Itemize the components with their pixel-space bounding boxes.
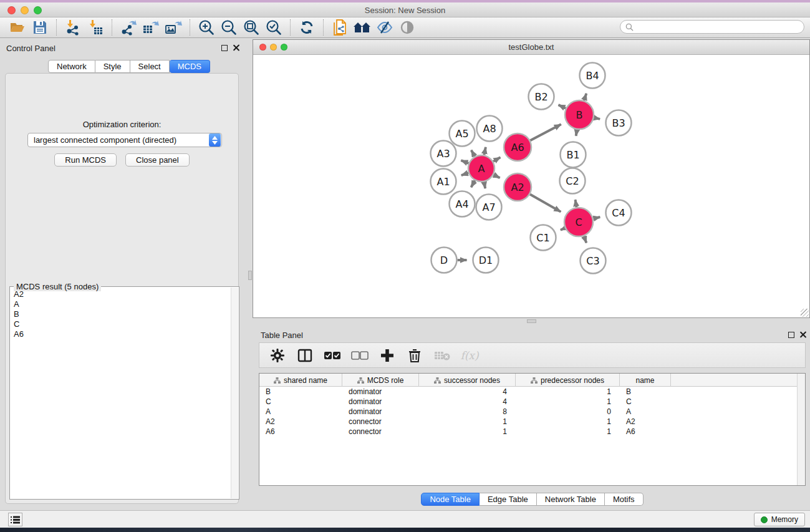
graph-node-A[interactable]: A: [468, 155, 494, 181]
graph-node-C2[interactable]: C2: [560, 168, 586, 194]
graph-node-A5[interactable]: A5: [450, 121, 475, 147]
close-table-panel-icon[interactable]: [799, 331, 806, 338]
graph-edge-A-A8[interactable]: [484, 147, 486, 155]
zoom-out-icon[interactable]: [218, 19, 240, 36]
graph-node-A4[interactable]: A4: [450, 191, 475, 217]
zoom-fit-icon[interactable]: [240, 19, 263, 36]
result-item[interactable]: B: [11, 309, 230, 319]
network-canvas[interactable]: B4B2BB3A5A8A6A3B1AA1C2A2A4A7C4CC1DD1C3: [253, 55, 809, 317]
duplicate-network-icon[interactable]: [329, 19, 351, 36]
tab-select[interactable]: Select: [130, 60, 170, 73]
table-row[interactable]: Cdominator41C: [259, 397, 805, 407]
vertical-splitter-handle[interactable]: [248, 271, 252, 280]
graph-edge-A-A6[interactable]: [493, 157, 500, 162]
graph-edge-B-B3[interactable]: [594, 118, 600, 119]
network-window-titlebar[interactable]: testGlobe.txt: [253, 40, 809, 55]
horizontal-splitter-handle[interactable]: [527, 319, 536, 323]
tab-network-table[interactable]: Network Table: [537, 493, 605, 506]
save-session-icon[interactable]: [29, 19, 51, 36]
window-resize-grip[interactable]: [801, 309, 809, 317]
graph-node-B3[interactable]: B3: [606, 110, 632, 136]
export-table-icon[interactable]: [140, 19, 162, 36]
graph-node-B[interactable]: B: [565, 100, 594, 129]
graph-node-A3[interactable]: A3: [431, 141, 456, 167]
graph-edge-C-C2[interactable]: [576, 200, 577, 207]
column-header-name[interactable]: name: [620, 374, 671, 387]
result-item[interactable]: A2: [11, 289, 230, 299]
hide-graphics-details-icon[interactable]: [374, 19, 396, 36]
graph-edge-C-C1[interactable]: [561, 228, 565, 230]
import-table-icon[interactable]: [84, 19, 107, 36]
main-titlebar[interactable]: Session: New Session: [0, 2, 810, 17]
table-row[interactable]: Bdominator41B: [259, 387, 805, 397]
float-table-panel-icon[interactable]: [788, 332, 794, 338]
tab-edge-table[interactable]: Edge Table: [480, 493, 537, 506]
graph-edge-C-C3[interactable]: [584, 236, 586, 243]
task-history-button[interactable]: [8, 513, 22, 526]
column-header-shared-name[interactable]: shared name: [259, 374, 342, 387]
graph-edge-A-A1[interactable]: [461, 173, 468, 175]
graph-node-A8[interactable]: A8: [477, 116, 503, 142]
export-image-icon[interactable]: [162, 19, 185, 36]
result-item[interactable]: A: [11, 299, 230, 309]
graph-edge-A2-C[interactable]: [530, 194, 561, 211]
float-panel-icon[interactable]: [221, 45, 228, 51]
show-columns-icon[interactable]: [296, 346, 314, 365]
select-all-checks-icon[interactable]: [323, 346, 342, 365]
result-list-scrollbar[interactable]: [231, 288, 238, 498]
column-header-predecessor-nodes[interactable]: predecessor nodes: [516, 374, 620, 387]
deselect-all-checks-icon[interactable]: [350, 346, 369, 365]
search-input[interactable]: [637, 21, 804, 32]
import-network-icon[interactable]: [62, 19, 84, 36]
column-header-successor-nodes[interactable]: successor nodes: [419, 374, 516, 387]
table-row[interactable]: A2connector11A2: [259, 417, 805, 427]
close-panel-button[interactable]: Close panel: [125, 153, 190, 167]
graph-node-C3[interactable]: C3: [581, 248, 606, 274]
delete-column-trash-icon[interactable]: [405, 346, 424, 365]
table-settings-gear-icon[interactable]: [268, 346, 287, 365]
zoom-selected-icon[interactable]: [263, 19, 285, 36]
show-all-eye-icon[interactable]: [396, 19, 418, 36]
zoom-in-icon[interactable]: [195, 19, 218, 36]
table-row[interactable]: A6connector11A6: [259, 427, 805, 437]
graph-node-B1[interactable]: B1: [561, 142, 586, 168]
graph-node-C4[interactable]: C4: [606, 200, 632, 226]
home-layout-icon[interactable]: [351, 19, 374, 36]
graph-edge-C-C4[interactable]: [593, 217, 600, 219]
graph-node-A1[interactable]: A1: [431, 169, 456, 195]
graph-edge-B-B1[interactable]: [576, 130, 577, 136]
graph-edge-A-A5[interactable]: [471, 150, 475, 157]
graph-edge-A-A3[interactable]: [461, 160, 468, 163]
graph-edge-B-B2[interactable]: [559, 105, 566, 109]
graph-edge-A6-B[interactable]: [530, 124, 561, 140]
graph-edge-A-A7[interactable]: [484, 182, 485, 188]
graph-node-B2[interactable]: B2: [529, 84, 554, 110]
tab-network[interactable]: Network: [48, 60, 95, 73]
tab-style[interactable]: Style: [95, 60, 130, 73]
add-column-plus-icon[interactable]: [378, 346, 397, 365]
graph-node-B4[interactable]: B4: [580, 63, 605, 89]
graph-edge-A-A2[interactable]: [494, 175, 500, 178]
graph-node-D1[interactable]: D1: [473, 248, 499, 273]
memory-button[interactable]: Memory: [754, 513, 805, 526]
result-item[interactable]: A6: [11, 329, 230, 339]
graph-node-D[interactable]: D: [432, 248, 457, 273]
graph-edge-B-B4[interactable]: [584, 94, 587, 100]
tab-motifs[interactable]: Motifs: [605, 493, 644, 506]
graph-node-C1[interactable]: C1: [531, 225, 556, 251]
column-header-MCDS-role[interactable]: MCDS role: [342, 374, 419, 387]
table-scrollbar[interactable]: [797, 374, 805, 485]
close-panel-icon[interactable]: [233, 44, 239, 51]
table-row[interactable]: Adominator80A: [259, 407, 805, 417]
tab-node-table[interactable]: Node Table: [421, 493, 480, 506]
optimization-criterion-dropdown[interactable]: largest connected component (directed): [27, 133, 222, 147]
graph-node-A2[interactable]: A2: [504, 173, 531, 201]
result-item[interactable]: C: [11, 319, 230, 329]
tab-mcds[interactable]: MCDS: [170, 60, 210, 73]
run-mcds-button[interactable]: Run MCDS: [54, 153, 117, 167]
graph-node-A6[interactable]: A6: [504, 133, 531, 161]
export-network-icon[interactable]: [117, 19, 140, 36]
refresh-icon[interactable]: [296, 19, 318, 36]
search-field[interactable]: [620, 20, 804, 34]
graph-edge-A-A4[interactable]: [471, 180, 475, 187]
